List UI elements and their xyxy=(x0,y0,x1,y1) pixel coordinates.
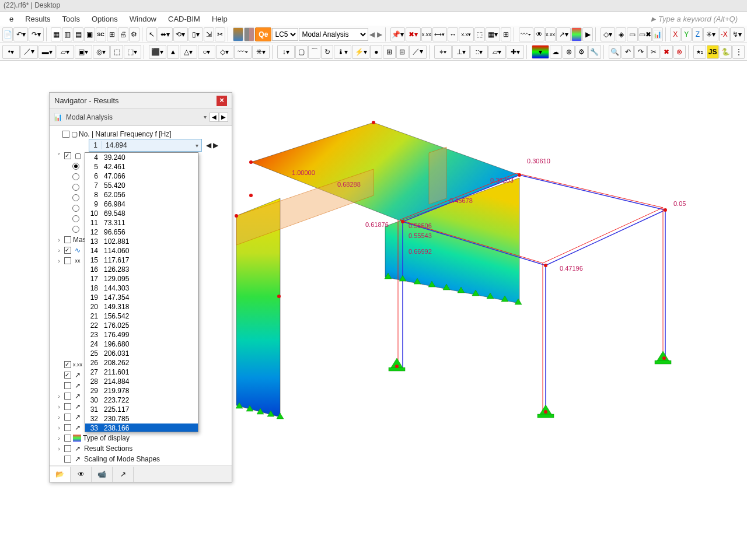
menu-results[interactable]: Results xyxy=(19,13,56,25)
item-checkbox[interactable] xyxy=(64,257,71,264)
frequency-option[interactable]: 17129.095 xyxy=(85,274,198,284)
tree-row[interactable]: ↗Scaling of Mode Shapes xyxy=(52,454,231,464)
ucs-button[interactable]: ↯▾ xyxy=(730,27,745,41)
frequency-option[interactable]: 16126.283 xyxy=(85,265,198,274)
stiff-button[interactable]: ✳▾ xyxy=(252,45,270,59)
hinge-button[interactable]: ○▾ xyxy=(198,45,215,59)
distance-button[interactable]: ↔ xyxy=(448,27,458,41)
item-checkbox[interactable] xyxy=(64,247,71,254)
frequency-select[interactable]: 1 14.894 ▾ xyxy=(89,139,202,152)
tag-star-button[interactable]: ★₂ xyxy=(693,45,706,59)
frequency-option[interactable]: 28214.884 xyxy=(85,377,198,386)
temp-button[interactable]: 🌡▾ xyxy=(334,45,351,59)
pin-x-button[interactable]: ✖▾ xyxy=(406,27,420,41)
menu-cadbim[interactable]: CAD-BIM xyxy=(162,13,206,25)
item-checkbox[interactable] xyxy=(64,152,71,159)
support-button[interactable]: ▲ xyxy=(167,45,179,59)
frequency-option[interactable]: 862.056 xyxy=(85,190,198,200)
nav-tab-camera[interactable]: 📹 xyxy=(92,467,113,482)
item-checkbox[interactable] xyxy=(64,403,71,410)
frequency-option[interactable]: 29219.978 xyxy=(85,386,198,396)
menu-window[interactable]: Window xyxy=(124,13,162,25)
print-button[interactable]: 🖨 xyxy=(118,27,128,41)
frequency-option[interactable]: 1173.311 xyxy=(85,218,198,228)
cube-button[interactable]: ◇▾ xyxy=(601,27,615,41)
item-radio[interactable] xyxy=(72,205,79,212)
results-button[interactable]: 👁 xyxy=(534,27,544,41)
frequency-option[interactable]: 13102.881 xyxy=(85,237,198,246)
frequency-option[interactable]: 542.461 xyxy=(85,162,198,172)
py-button[interactable]: 🐍 xyxy=(720,45,732,59)
3d-viewport[interactable]: 1.000000.682880.618760.565060.555430.669… xyxy=(231,99,686,449)
frequency-option[interactable]: 32230.785 xyxy=(85,414,198,424)
analysis-type-select[interactable]: Modal Analysis xyxy=(299,28,368,41)
arch-button[interactable]: ⌒ xyxy=(308,45,320,59)
modes-checkbox[interactable] xyxy=(62,131,69,138)
script-console-button[interactable]: SC xyxy=(96,27,106,41)
frequency-option[interactable]: 24196.680 xyxy=(85,340,198,349)
item-radio[interactable] xyxy=(72,173,79,180)
frame-button[interactable]: ▢ xyxy=(295,45,308,59)
frequency-option[interactable]: 14114.060 xyxy=(85,246,198,256)
rotate-button[interactable]: ⟲▾ xyxy=(173,27,188,41)
node-button[interactable]: •▾ xyxy=(2,45,20,59)
keyword-search[interactable]: ▶ Type a keyword (Alt+Q) xyxy=(651,15,743,23)
clip-x-button[interactable]: ✖ xyxy=(661,45,673,59)
navigator-dropdown[interactable]: ▾ xyxy=(200,114,210,120)
undo-view-button[interactable]: ↶ xyxy=(622,45,634,59)
grid-button[interactable]: ⊞ xyxy=(501,27,511,41)
rigid-button[interactable]: ⬛▾ xyxy=(149,45,166,59)
frequency-option[interactable]: 439.240 xyxy=(85,153,198,162)
item-checkbox[interactable] xyxy=(64,393,71,400)
line-load-button[interactable]: ／▾ xyxy=(409,45,427,59)
nx-button[interactable]: -X xyxy=(719,27,729,41)
navigator-header[interactable]: Navigator - Results × xyxy=(50,93,232,109)
layers-button[interactable]: ▦▾ xyxy=(486,27,500,41)
item-checkbox[interactable] xyxy=(64,361,71,368)
mesh-button[interactable]: ⊞ xyxy=(383,45,395,59)
item-checkbox[interactable] xyxy=(64,414,71,421)
item-radio[interactable] xyxy=(72,163,79,170)
freq-next-button[interactable]: ▶ xyxy=(213,141,218,149)
frequency-option[interactable]: 15117.617 xyxy=(85,256,198,265)
item-checkbox[interactable] xyxy=(64,435,71,442)
item-checkbox[interactable] xyxy=(64,445,71,452)
opening-button[interactable]: ◎▾ xyxy=(93,45,110,59)
load-button[interactable]: ↓▾ xyxy=(277,45,295,59)
close-icon[interactable]: × xyxy=(217,96,227,106)
menu-options[interactable]: Options xyxy=(86,13,124,25)
item-checkbox[interactable] xyxy=(64,424,71,431)
clip-button[interactable]: ✂ xyxy=(647,45,659,59)
next-case-button[interactable]: ▶ xyxy=(376,28,383,41)
mass-button[interactable]: ● xyxy=(370,45,382,59)
frequency-option[interactable]: 647.066 xyxy=(85,172,198,181)
guide-button[interactable]: ✚▾ xyxy=(507,45,524,59)
freq-prev-button[interactable]: ◀ xyxy=(206,141,211,149)
plane-button[interactable]: ▱▾ xyxy=(488,45,506,59)
spectrum-button[interactable]: ▾ xyxy=(532,45,549,59)
imp-button[interactable]: ⚡▾ xyxy=(352,45,369,59)
grid-snap-button[interactable]: ::▾ xyxy=(470,45,488,59)
frequency-option[interactable]: 966.984 xyxy=(85,200,198,209)
tables-button[interactable]: ⊞ xyxy=(107,27,117,41)
chart-button[interactable]: 📊 xyxy=(652,27,663,41)
js-button[interactable]: JS xyxy=(707,45,719,59)
gear-button[interactable]: ⚙ xyxy=(575,45,588,59)
item-checkbox[interactable] xyxy=(64,456,71,463)
frequency-dropdown-list[interactable]: 439.240542.461647.066755.420862.056966.9… xyxy=(85,152,198,432)
menu-help[interactable]: Help xyxy=(206,13,233,25)
values-xx-button[interactable]: x.xx xyxy=(545,27,556,41)
item-radio[interactable] xyxy=(72,215,79,222)
tree-row[interactable]: ›Type of display xyxy=(52,433,231,443)
iso-button[interactable]: ◈ xyxy=(616,27,626,41)
axes-button[interactable]: ✳▾ xyxy=(703,27,718,41)
dim-line-button[interactable]: ⟷▾ xyxy=(432,27,447,41)
frequency-option[interactable]: 22176.025 xyxy=(85,321,198,330)
result-arrow-button[interactable]: ↗▾ xyxy=(556,27,571,41)
settings-button[interactable]: ⚙ xyxy=(129,27,139,41)
load-case-select[interactable]: LC5 xyxy=(272,28,298,41)
solid-button[interactable]: ▣▾ xyxy=(75,45,92,59)
contour-button[interactable] xyxy=(571,27,582,41)
redo-view-button[interactable]: ↷ xyxy=(634,45,647,59)
clip-del-button[interactable]: ⊗ xyxy=(673,45,686,59)
